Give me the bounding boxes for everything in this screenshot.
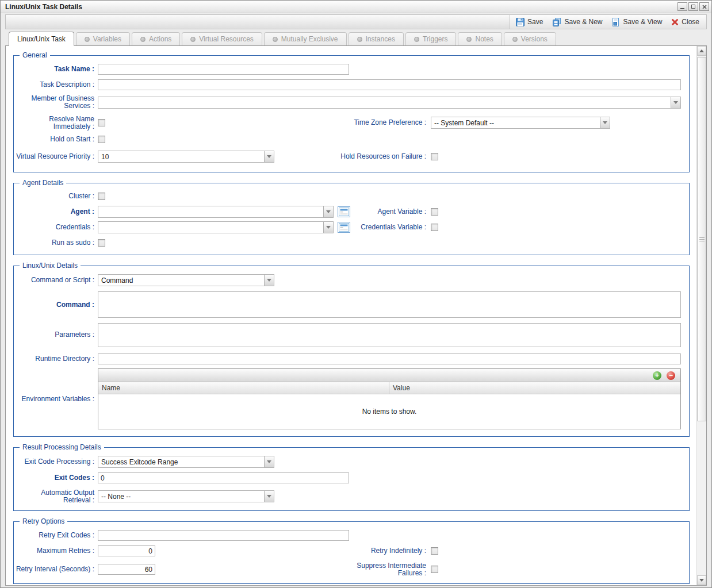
virtual-resource-priority-select[interactable]: 10 [98, 151, 274, 163]
hold-resources-group: Hold Resources on Failure : [334, 149, 438, 164]
scrollbar-thumb[interactable] [697, 57, 706, 421]
retry-interval-input[interactable] [98, 564, 155, 575]
save-and-new-label: Save & New [564, 18, 602, 26]
chevron-down-icon [264, 456, 274, 467]
exit-code-processing-select[interactable]: Success Exitcode Range [98, 456, 274, 468]
exit-codes-input[interactable] [98, 472, 349, 483]
credentials-variable-group: Credentials Variable : [334, 221, 438, 233]
tab-mutually-exclusive[interactable]: Mutually Exclusive [264, 32, 347, 45]
tab-status-dot-icon [273, 37, 278, 42]
task-description-label: Task Description : [15, 81, 94, 89]
tab-status-dot-icon [466, 37, 472, 42]
retry-interval-label: Retry Interval (Seconds) : [15, 566, 94, 573]
virtual-resource-priority-label: Virtual Resource Priority : [15, 153, 94, 160]
hold-resources-on-failure-checkbox[interactable] [431, 153, 438, 160]
member-of-business-services-select[interactable] [98, 97, 681, 109]
value-column-header[interactable]: Value [389, 382, 680, 394]
title-bar: Linux/Unix Task Details [1, 1, 711, 13]
name-column-header[interactable]: Name [98, 382, 389, 394]
suppress-intermediate-failures-label: Suppress Intermediate Failures : [334, 562, 426, 577]
chevron-down-icon [671, 97, 680, 108]
tab-versions[interactable]: Versions [504, 32, 556, 45]
run-as-sudo-checkbox[interactable] [98, 239, 105, 247]
remove-row-button[interactable]: − [667, 371, 675, 380]
tab-variables[interactable]: Variables [76, 32, 130, 45]
tab-label: Triggers [423, 35, 448, 43]
chevron-down-icon [323, 222, 333, 233]
tab-triggers[interactable]: Triggers [405, 32, 457, 45]
runtime-directory-input[interactable] [98, 353, 681, 364]
agent-label: Agent : [15, 208, 94, 216]
green-plus-orb-icon: + [655, 371, 659, 379]
credentials-select[interactable] [98, 221, 334, 233]
tab-status-dot-icon [512, 37, 518, 42]
scroll-up-button[interactable] [697, 46, 706, 56]
agent-variable-checkbox[interactable] [431, 208, 438, 216]
chevron-down-icon [600, 117, 610, 128]
tab-actions[interactable]: Actions [132, 32, 180, 45]
tab-linux-unix-task[interactable]: Linux/Unix Task [9, 32, 74, 46]
resolve-name-immediately-checkbox[interactable] [98, 119, 105, 126]
tab-label: Linux/Unix Task [17, 35, 66, 43]
hold-on-start-label: Hold on Start : [15, 136, 94, 143]
maximize-button[interactable] [688, 2, 698, 11]
page-with-floppy-icon [611, 18, 620, 26]
time-zone-group: Time Zone Preference : -- System Default… [334, 115, 610, 130]
scrollbar-grip-icon [699, 237, 705, 241]
task-form-panel: General Task Name : Task Description : M… [5, 45, 707, 586]
add-row-button[interactable]: + [653, 371, 661, 380]
hold-resources-on-failure-label: Hold Resources on Failure : [334, 153, 426, 160]
agent-details-section: Agent Details Cluster : Agent : [13, 179, 690, 255]
parameters-label: Parameters : [15, 331, 94, 339]
tab-virtual-resources[interactable]: Virtual Resources [182, 32, 262, 45]
tab-status-dot-icon [357, 37, 362, 42]
cluster-label: Cluster : [15, 193, 94, 200]
close-button[interactable]: Close [671, 18, 699, 26]
retry-options-legend: Retry Options [20, 517, 67, 525]
tab-label: Notes [475, 35, 493, 43]
retry-exit-codes-input[interactable] [98, 530, 349, 541]
scroll-down-arrow-icon [699, 579, 704, 582]
vertical-scrollbar[interactable] [696, 46, 706, 585]
scroll-up-arrow-icon [699, 49, 704, 52]
tab-notes[interactable]: Notes [458, 32, 502, 45]
time-zone-preference-select[interactable]: -- System Default -- [431, 117, 610, 129]
form-content: General Task Name : Task Description : M… [6, 46, 696, 585]
close-window-button[interactable] [699, 2, 709, 11]
stacked-pages-icon [552, 18, 561, 26]
member-of-business-services-label: Member of Business Services : [15, 95, 94, 110]
tab-status-dot-icon [414, 37, 419, 42]
command-textarea[interactable] [98, 291, 681, 318]
task-description-input[interactable] [98, 79, 681, 90]
environment-variables-empty-message: No items to show. [98, 394, 680, 429]
tab-instances[interactable]: Instances [349, 32, 404, 45]
task-name-input[interactable] [98, 64, 349, 75]
save-and-new-button[interactable]: Save & New [552, 18, 602, 26]
scroll-down-button[interactable] [697, 575, 706, 585]
retry-indefinitely-checkbox[interactable] [431, 547, 438, 555]
command-or-script-select[interactable]: Command [98, 274, 274, 286]
maximum-retries-input[interactable] [98, 545, 155, 556]
parameters-textarea[interactable] [98, 323, 681, 347]
environment-variables-table: + − Name Value No items to show. [98, 368, 681, 429]
result-processing-legend: Result Processing Details [20, 443, 104, 451]
suppress-intermediate-failures-checkbox[interactable] [431, 566, 438, 573]
close-label: Close [682, 18, 699, 26]
save-button[interactable]: Save [516, 18, 543, 26]
agent-select[interactable] [98, 206, 334, 218]
red-minus-orb-icon: − [669, 371, 673, 379]
cluster-checkbox[interactable] [98, 193, 105, 200]
exit-code-processing-label: Exit Code Processing : [15, 458, 94, 466]
hold-on-start-checkbox[interactable] [98, 136, 105, 143]
general-section: General Task Name : Task Description : M… [13, 51, 690, 172]
window-title: Linux/Unix Task Details [5, 3, 677, 11]
window-controls [677, 2, 709, 11]
credentials-variable-checkbox[interactable] [431, 224, 438, 231]
save-and-view-label: Save & View [623, 18, 662, 26]
minimize-button[interactable] [677, 2, 687, 11]
credentials-label: Credentials : [15, 224, 94, 231]
command-label: Command : [15, 301, 94, 309]
toolbar: Save Save & New Save & View [5, 14, 707, 29]
automatic-output-retrieval-select[interactable]: -- None -- [98, 490, 274, 502]
save-and-view-button[interactable]: Save & View [611, 18, 662, 26]
